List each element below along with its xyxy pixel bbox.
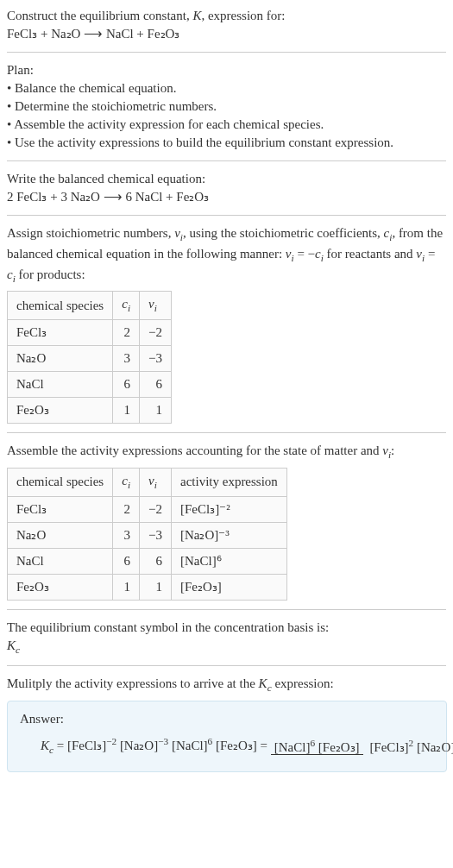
cell-species: Fe₂O₃	[8, 574, 113, 600]
activity-heading: Assemble the activity expressions accoun…	[7, 442, 446, 462]
plan-item-text: Balance the chemical equation.	[15, 81, 176, 95]
col-nui: νi	[140, 468, 172, 496]
cell-species: Na₂O	[8, 346, 113, 372]
cell-nu: −2	[140, 320, 172, 346]
cell-species: NaCl	[8, 372, 113, 398]
answer-label: Answer:	[20, 710, 434, 728]
cell-c: 3	[113, 522, 140, 548]
cell-expr: [Na₂O]⁻³	[171, 522, 286, 548]
plan-item: • Use the activity expressions to build …	[7, 134, 446, 152]
table-row: NaCl 6 6 [NaCl]⁶	[8, 548, 287, 574]
table-row: Fe₂O₃ 1 1 [Fe₂O₃]	[8, 574, 287, 600]
col-nui: νi	[140, 292, 172, 320]
fraction-denominator: [FeCl₃]2 [Na₂O]3	[366, 740, 453, 754]
stoich-section: Assign stoichiometric numbers, νi, using…	[7, 216, 446, 433]
table-row: Fe₂O₃ 1 1	[8, 398, 172, 424]
plan-item: • Balance the chemical equation.	[7, 79, 446, 97]
cell-species: FeCl₃	[8, 320, 113, 346]
plan-item: • Determine the stoichiometric numbers.	[7, 97, 446, 116]
cell-nu: 1	[140, 398, 172, 424]
table-row: Na₂O 3 −3	[8, 346, 172, 372]
intro-equation: FeCl₃ + Na₂O ⟶ NaCl + Fe₂O₃	[7, 25, 446, 43]
cell-c: 2	[113, 320, 140, 346]
activity-section: Assemble the activity expressions accoun…	[7, 433, 446, 610]
plan-item-text: Assemble the activity expression for eac…	[14, 117, 324, 131]
cell-nu: −2	[140, 496, 172, 522]
cell-nu: 6	[140, 372, 172, 398]
balanced-heading: Write the balanced chemical equation:	[7, 170, 446, 188]
cell-c: 6	[113, 548, 140, 574]
final-section: Mulitply the activity expressions to arr…	[7, 666, 446, 781]
cell-c: 1	[113, 398, 140, 424]
cell-species: NaCl	[8, 548, 113, 574]
answer-equation: Kc = [FeCl₃]−2 [Na₂O]−3 [NaCl]6 [Fe₂O₃] …	[20, 735, 434, 758]
plan-heading: Plan:	[7, 61, 446, 79]
table-header-row: chemical species ci νi activity expressi…	[8, 468, 287, 496]
table-row: Na₂O 3 −3 [Na₂O]⁻³	[8, 522, 287, 548]
table-header-row: chemical species ci νi	[8, 292, 172, 320]
table-row: FeCl₃ 2 −2	[8, 320, 172, 346]
cell-expr: [FeCl₃]⁻²	[171, 496, 286, 522]
cell-c: 3	[113, 346, 140, 372]
cell-species: Na₂O	[8, 522, 113, 548]
answer-box: Answer: Kc = [FeCl₃]−2 [Na₂O]−3 [NaCl]6 …	[7, 701, 447, 772]
cell-nu: 1	[140, 574, 172, 600]
plan-item-text: Use the activity expressions to build th…	[15, 135, 393, 149]
col-species: chemical species	[8, 468, 113, 496]
col-activity: activity expression	[171, 468, 286, 496]
symbol-text: The equilibrium constant symbol in the c…	[7, 619, 446, 637]
plan-section: Plan: • Balance the chemical equation. •…	[7, 53, 446, 161]
table-row: NaCl 6 6	[8, 372, 172, 398]
plan-item: • Assemble the activity expression for e…	[7, 116, 446, 134]
cell-expr: [Fe₂O₃]	[171, 574, 286, 600]
final-heading: Mulitply the activity expressions to arr…	[7, 675, 446, 695]
cell-c: 6	[113, 372, 140, 398]
table-row: FeCl₃ 2 −2 [FeCl₃]⁻²	[8, 496, 287, 522]
cell-nu: −3	[140, 346, 172, 372]
cell-nu: −3	[140, 522, 172, 548]
cell-species: Fe₂O₃	[8, 398, 113, 424]
balanced-section: Write the balanced chemical equation: 2 …	[7, 161, 446, 216]
symbol-section: The equilibrium constant symbol in the c…	[7, 610, 446, 667]
plan-item-text: Determine the stoichiometric numbers.	[15, 99, 217, 113]
balanced-equation: 2 FeCl₃ + 3 Na₂O ⟶ 6 NaCl + Fe₂O₃	[7, 188, 446, 206]
cell-c: 1	[113, 574, 140, 600]
cell-species: FeCl₃	[8, 496, 113, 522]
symbol-kc: Kc	[7, 637, 446, 657]
cell-expr: [NaCl]⁶	[171, 548, 286, 574]
intro-section: Construct the equilibrium constant, K, e…	[7, 7, 446, 53]
col-species: chemical species	[8, 292, 113, 320]
activity-table: chemical species ci νi activity expressi…	[7, 468, 287, 601]
fraction-numerator: [NaCl]6 [Fe₂O₃]	[271, 740, 363, 755]
answer-fraction: [NaCl]6 [Fe₂O₃] [FeCl₃]2 [Na₂O]3	[271, 737, 453, 757]
cell-c: 2	[113, 496, 140, 522]
intro-line: Construct the equilibrium constant, K, e…	[7, 7, 446, 25]
col-ci: ci	[113, 292, 140, 320]
stoich-text: Assign stoichiometric numbers, νi, using…	[7, 224, 446, 286]
cell-nu: 6	[140, 548, 172, 574]
stoich-table: chemical species ci νi FeCl₃ 2 −2 Na₂O 3…	[7, 291, 172, 424]
col-ci: ci	[113, 468, 140, 496]
